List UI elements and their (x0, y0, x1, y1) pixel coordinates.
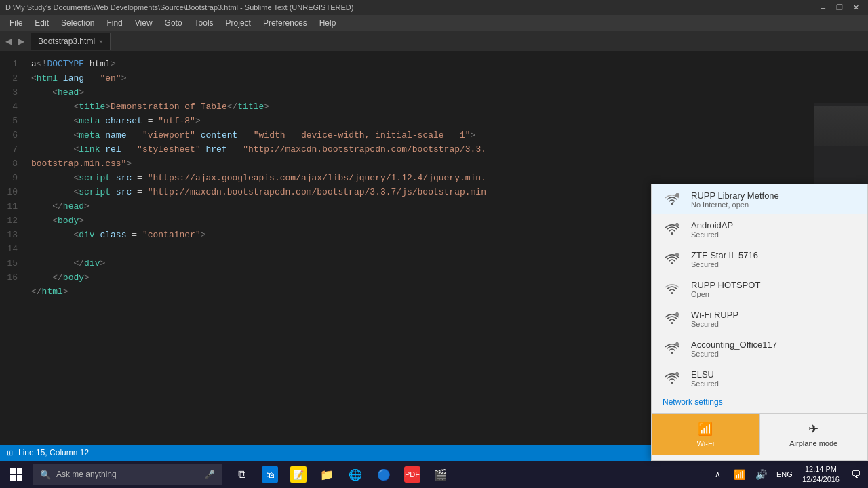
search-icon: 🔍 (40, 470, 51, 480)
title-text: D:\My Study's Documents\Web Developments… (5, 3, 353, 12)
clock[interactable]: 12:14 PM 12/24/2016 (798, 464, 844, 485)
svg-rect-12 (675, 373, 679, 375)
menu-find[interactable]: Find (101, 17, 127, 29)
status-icon: ⊞ (7, 449, 13, 458)
pdf-icon: PDF (404, 466, 420, 483)
wifi-status: Secured (691, 350, 856, 358)
wifi-name: Wi-Fi RUPP (691, 310, 856, 320)
chevron-up-icon[interactable]: ∧ (709, 461, 728, 488)
chrome-button[interactable]: 🔵 (370, 461, 397, 488)
clock-date: 12/24/2016 (802, 474, 840, 485)
notes-icon: 📝 (290, 466, 307, 483)
wifi-info-rupp-hotspot: RUPP HOTSPOT Open (691, 280, 856, 298)
task-view-icon: ⧉ (233, 466, 250, 483)
wifi-signal-icon (663, 339, 682, 358)
chrome-icon: 🔵 (376, 466, 392, 483)
wifi-quick-btn[interactable]: 📶 Wi-Fi (652, 414, 760, 455)
tab-close-button[interactable]: × (99, 38, 103, 45)
menu-goto[interactable]: Goto (159, 17, 188, 29)
volume-icon[interactable]: 🔊 (752, 461, 771, 488)
store-icon: 🛍 (262, 466, 278, 483)
menu-tools[interactable]: Tools (189, 17, 219, 29)
search-placeholder: Ask me anything (56, 470, 117, 479)
wifi-network-rupp-metfone[interactable]: RUPP Library Metfone No Internet, open (652, 184, 867, 214)
wifi-info-android: AndroidAP Secured (691, 220, 856, 239)
wifi-info-accounting: Accounting_Office117 Secured (691, 340, 856, 358)
wifi-signal-icon (663, 249, 682, 268)
explorer-icon: 📁 (319, 466, 335, 483)
quick-actions: 📶 Wi-Fi ✈ Airplane mode (652, 413, 867, 455)
media-button[interactable]: 🎬 (427, 461, 454, 488)
task-view-button[interactable]: ⧉ (228, 461, 255, 488)
network-icon[interactable]: 📶 (730, 461, 749, 488)
search-bar[interactable]: 🔍 Ask me anything 🎤 (33, 464, 222, 485)
svg-point-9 (671, 352, 673, 354)
menu-selection[interactable]: Selection (56, 17, 100, 29)
status-left: ⊞ Line 15, Column 12 (7, 448, 89, 458)
wifi-status: Secured (691, 320, 856, 328)
wifi-name: RUPP HOTSPOT (691, 280, 856, 290)
wifi-network-wifi-rupp[interactable]: Wi-Fi RUPP Secured (652, 304, 867, 333)
wifi-signal-icon (663, 279, 682, 298)
notification-button[interactable]: 🗨 (846, 461, 865, 488)
wifi-status: Secured (691, 260, 856, 268)
file-explorer-button[interactable]: 📁 (313, 461, 340, 488)
wifi-info-elsu: ELSU Secured (691, 369, 856, 388)
svg-rect-5 (675, 253, 679, 256)
wifi-network-rupp-hotspot[interactable]: RUPP HOTSPOT Open (652, 274, 867, 304)
wifi-signal-icon (663, 369, 682, 388)
wifi-network-android[interactable]: AndroidAP Secured (652, 214, 867, 244)
tab-bar: ◀ ▶ Bootstrap3.html × (0, 31, 868, 52)
menu-project[interactable]: Project (220, 17, 256, 29)
close-button[interactable]: ✕ (849, 2, 863, 13)
app-store-button[interactable]: 🛍 (256, 461, 283, 488)
nav-forward[interactable]: ▶ (16, 35, 27, 47)
menu-edit[interactable]: Edit (29, 17, 54, 29)
language-label[interactable]: ENG (774, 461, 795, 488)
wifi-info-rupp-metfone: RUPP Library Metfone No Internet, open (691, 190, 856, 209)
menu-preferences[interactable]: Preferences (258, 17, 313, 29)
line-numbers: 12345 678910 1112131415 16 (0, 52, 24, 445)
sticky-notes-button[interactable]: 📝 (285, 461, 312, 488)
menu-view[interactable]: View (130, 17, 158, 29)
taskbar-right: ∧ 📶 🔊 ENG 12:14 PM 12/24/2016 🗨 (709, 461, 868, 488)
wifi-signal-icon (663, 220, 682, 239)
microphone-icon[interactable]: 🎤 (205, 470, 215, 479)
wifi-info-zte: ZTE Star II_5716 Secured (691, 250, 856, 268)
wifi-status: No Internet, open (691, 201, 856, 209)
maximize-button[interactable]: ❐ (833, 2, 846, 13)
tab-bootstrap3[interactable]: Bootstrap3.html × (31, 33, 111, 50)
svg-rect-8 (675, 313, 679, 316)
wifi-network-accounting[interactable]: Accounting_Office117 Secured (652, 333, 867, 363)
wifi-network-zte[interactable]: ZTE Star II_5716 Secured (652, 244, 867, 274)
ie-icon: 🌐 (347, 466, 363, 483)
wifi-signal-icon (663, 190, 682, 209)
airplane-mode-btn[interactable]: ✈ Airplane mode (760, 414, 868, 455)
menu-help[interactable]: Help (314, 17, 342, 29)
svg-rect-3 (675, 224, 679, 226)
menu-file[interactable]: File (4, 17, 28, 29)
minimize-button[interactable]: – (816, 2, 830, 13)
wifi-name: ELSU (691, 369, 856, 380)
wifi-quick-icon: 📶 (698, 422, 713, 436)
svg-point-6 (671, 292, 673, 294)
wifi-name: AndroidAP (691, 220, 856, 230)
wifi-status: Open (691, 290, 856, 298)
svg-rect-1 (675, 194, 679, 197)
clock-time: 12:14 PM (802, 464, 840, 474)
nav-back[interactable]: ◀ (3, 35, 14, 47)
airplane-label: Airplane mode (789, 439, 837, 447)
ie-button[interactable]: 🌐 (342, 461, 369, 488)
pdf-button[interactable]: PDF (399, 461, 426, 488)
svg-point-7 (671, 322, 673, 324)
wifi-signal-icon (663, 309, 682, 328)
wifi-network-elsu[interactable]: ELSU Secured (652, 363, 867, 393)
window-controls: – ❐ ✕ (816, 2, 863, 13)
wifi-name: RUPP Library Metfone (691, 190, 856, 201)
minimap-preview (814, 106, 868, 146)
svg-point-4 (671, 262, 673, 264)
start-button[interactable] (0, 461, 33, 488)
tab-label: Bootstrap3.html (38, 37, 95, 46)
wifi-status: Secured (691, 230, 856, 239)
network-settings-link[interactable]: Network settings (652, 393, 867, 411)
